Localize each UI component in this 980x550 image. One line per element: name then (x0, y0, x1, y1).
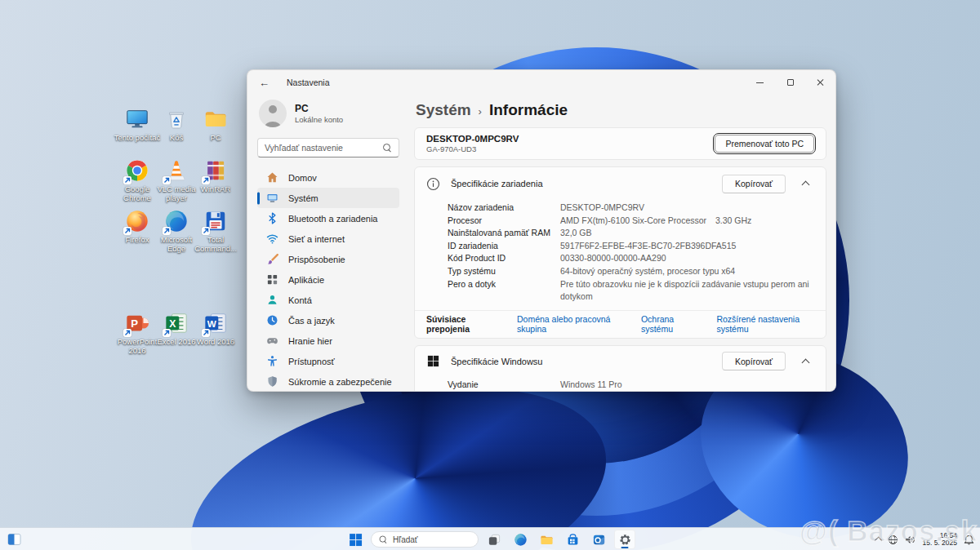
task-view-button[interactable] (483, 530, 505, 549)
back-button[interactable]: ← (259, 78, 270, 88)
link-system-protection[interactable]: Ochrana systému (641, 314, 697, 334)
spec-label: Názov zariadenia (448, 202, 560, 215)
spec-value: Windows 11 Pro (560, 379, 622, 392)
breadcrumb-separator-icon: › (479, 105, 482, 118)
windows-specs-header[interactable]: Špecifikácie Windowsu Kopírovať (415, 346, 826, 377)
page-title: Informácie (489, 101, 568, 119)
windows-specs-title: Špecifikácie Windowsu (451, 357, 711, 366)
account-type: Lokálne konto (295, 115, 343, 124)
chevron-up-icon[interactable] (802, 358, 810, 366)
desktop-icon-winrar[interactable]: WinRAR (190, 158, 241, 193)
clock-icon (266, 314, 278, 326)
apps-icon (266, 273, 278, 286)
sidebar-item-personalization[interactable]: Prispôsobenie (257, 249, 399, 269)
spec-label: Typ systému (448, 265, 560, 278)
sidebar-item-time-language[interactable]: Čas a jazyk (257, 310, 399, 330)
desktop-icon-total-commander[interactable]: Total Command... (190, 209, 241, 253)
copy-button[interactable]: Kopírovať (722, 352, 786, 370)
taskbar-search-input[interactable] (393, 535, 470, 544)
search-icon (380, 535, 388, 543)
spec-label: Procesor (448, 215, 560, 228)
settings-search-input[interactable] (265, 143, 383, 153)
desktop-icon-label: WinRAR (190, 184, 241, 193)
spec-label: Vydanie (448, 379, 560, 392)
settings-nav: Domov Systém Bluetooth a zariadenia Sieť… (257, 167, 399, 392)
sidebar-item-apps[interactable]: Aplikácie (257, 269, 399, 290)
desktop-icon-word[interactable]: W Word 2016 (190, 311, 241, 346)
sidebar-item-privacy[interactable]: Súkromie a zabezpečenie (257, 371, 399, 392)
settings-search[interactable] (257, 138, 399, 157)
start-button[interactable] (345, 530, 366, 549)
spec-label: Nainštalovaná pamäť RAM (448, 227, 560, 240)
shortcut-arrow-icon (163, 176, 171, 184)
this-pc-icon (125, 107, 149, 131)
microsoft-store-icon[interactable] (562, 530, 583, 549)
bazos-watermark: @( Bazos.sk (800, 515, 978, 548)
device-name: DESKTOP-0MPC9RV (426, 134, 519, 144)
excel-icon: X (164, 311, 189, 335)
desktop: Tento počítač Kôš PC Google Chrome VLC m… (0, 0, 980, 550)
shortcut-arrow-icon (202, 227, 210, 235)
rename-pc-button[interactable]: Premenovať toto PC (715, 135, 814, 153)
device-specs-header[interactable]: Špecifikácie zariadenia Kopírovať (415, 167, 826, 200)
edge-icon[interactable] (510, 530, 531, 549)
sidebar-item-home[interactable]: Domov (257, 167, 399, 188)
desktop-icon-label: PC (190, 133, 241, 142)
spec-value: 5917F6F2-EFBE-4F3E-BC70-2FB396DFA515 (560, 240, 736, 253)
sidebar-item-network[interactable]: Sieť a internet (257, 228, 399, 249)
floppy-disk-icon (203, 209, 228, 233)
related-links-label: Súvisiace prepojenia (426, 314, 497, 334)
svg-text:W: W (207, 318, 217, 329)
outlook-icon[interactable] (588, 530, 609, 549)
chevron-up-icon[interactable] (802, 181, 810, 189)
spec-value: 24H2 (560, 391, 581, 392)
sidebar-item-gaming[interactable]: Hranie hier (257, 330, 399, 351)
svg-text:P: P (131, 317, 138, 330)
taskbar-search[interactable] (371, 531, 479, 548)
link-advanced-system-settings[interactable]: Rozšírené nastavenia systému (716, 314, 814, 334)
user-account[interactable]: PC Lokálne konto (259, 100, 398, 127)
maximize-button[interactable] (775, 70, 805, 95)
sidebar-item-label: Aplikácie (288, 275, 324, 285)
sidebar-item-label: Prispôsobenie (288, 255, 345, 264)
settings-gear-icon[interactable] (614, 530, 635, 549)
breadcrumb-parent[interactable]: Systém (416, 101, 471, 119)
shortcut-arrow-icon (123, 176, 131, 184)
widgets-icon[interactable] (7, 533, 21, 546)
spec-value: Pre túto obrazovku nie je k dispozícii z… (560, 278, 814, 304)
shortcut-arrow-icon (202, 329, 210, 337)
sidebar-item-system[interactable]: Systém (257, 188, 399, 208)
link-domain-workgroup[interactable]: Doména alebo pracovná skupina (517, 314, 621, 334)
minimize-button[interactable] (745, 70, 775, 95)
recycle-bin-icon (164, 107, 189, 131)
close-button[interactable] (805, 70, 835, 95)
windows-specs-list: VydanieWindows 11 Pro Verzia24H2 (415, 377, 826, 392)
file-explorer-icon[interactable] (536, 530, 557, 549)
spec-label: ID zariadenia (448, 240, 560, 253)
spec-label: Verzia (448, 391, 560, 392)
shortcut-arrow-icon (202, 176, 210, 184)
titlebar[interactable]: ← Nastavenia (247, 70, 835, 95)
sidebar-item-accessibility[interactable]: Prístupnosť (257, 351, 399, 371)
powerpoint-icon: P (125, 311, 149, 335)
wifi-icon (266, 233, 278, 245)
spec-label: Kód Product ID (448, 252, 560, 265)
folder-icon (203, 107, 228, 131)
sidebar-item-label: Domov (288, 173, 317, 183)
spec-value: AMD FX(tm)-6100 Six-Core Processor (560, 215, 706, 228)
spec-extra-value: 3.30 GHz (715, 215, 751, 228)
gamepad-icon (266, 335, 278, 347)
device-model: GA-970A-UD3 (426, 144, 519, 153)
shortcut-arrow-icon (123, 329, 131, 337)
system-icon (266, 192, 278, 204)
desktop-icon-pc-folder[interactable]: PC (190, 107, 241, 142)
sidebar-item-accounts[interactable]: Kontá (257, 290, 399, 310)
edge-icon (164, 209, 189, 233)
spec-row: Nainštalovaná pamäť RAM32,0 GB (448, 227, 814, 240)
device-specs-card: Špecifikácie zariadenia Kopírovať Názov … (414, 166, 826, 339)
copy-button[interactable]: Kopírovať (722, 175, 786, 193)
word-icon: W (203, 311, 228, 335)
sidebar-item-bluetooth[interactable]: Bluetooth a zariadenia (257, 208, 399, 228)
sidebar-item-label: Čas a jazyk (288, 316, 335, 326)
settings-window: ← Nastavenia PC Lokálne konto (247, 69, 836, 392)
